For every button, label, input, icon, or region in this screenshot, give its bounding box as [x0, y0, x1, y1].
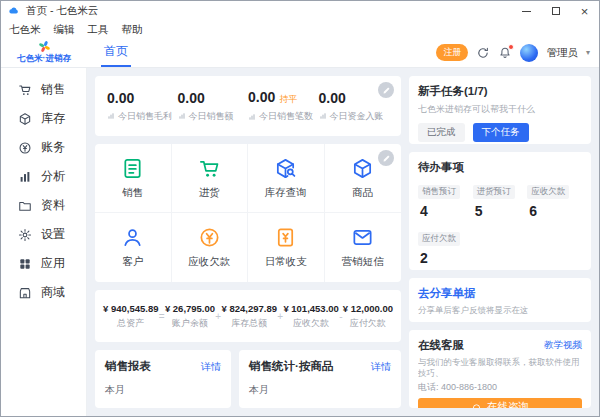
cube-icon [351, 157, 374, 180]
chevron-down-icon[interactable]: ▾ [586, 48, 590, 57]
tab-home[interactable]: 首页 [101, 38, 131, 67]
panel-sales-by-product: 销售统计·按商品 详情 本月 [239, 350, 401, 408]
shortcut-sales[interactable]: 销售 [95, 144, 172, 213]
store-icon [18, 286, 32, 300]
shortcut-label: 应收欠款 [188, 255, 230, 269]
sidebar-item-finance[interactable]: 账务 [1, 133, 86, 162]
asset-inventory-total: ¥ 824,297.89 库存总额 [221, 303, 276, 330]
panel-sales-report: 销售报表 详情 本月 [95, 350, 231, 408]
todo-receivables[interactable]: 应收欠款 6 [527, 185, 582, 219]
sidebar: 销售 库存 账务 分析 资料 设置 [1, 68, 87, 416]
operator-plus: + [215, 311, 221, 322]
asset-label: 账户余额 [172, 317, 208, 330]
panel-title: 销售统计·按商品 [249, 359, 333, 374]
mini-chart-icon [178, 112, 186, 120]
panel-title: 销售报表 [105, 359, 151, 374]
sidebar-item-apps[interactable]: 应用 [1, 249, 86, 278]
report-panels: 销售报表 详情 本月 销售统计·按商品 详情 本月 [95, 350, 401, 408]
sidebar-item-label: 应用 [41, 255, 65, 272]
shortcut-label: 客户 [122, 255, 143, 269]
asset-value: ¥ 26,795.00 [165, 303, 215, 314]
share-link[interactable]: 去分享单据 [418, 286, 582, 301]
close-icon: × [581, 5, 589, 18]
bell-icon[interactable] [498, 46, 512, 60]
share-desc: 分享单后客户反馈将显示在这 [418, 305, 582, 317]
mini-chart-icon [319, 112, 327, 120]
stat-today-sales-count: 0.00持平 今日销售笔数 [248, 89, 319, 123]
todo-sales-orders[interactable]: 销售预订 4 [418, 185, 473, 219]
menu-edit[interactable]: 编辑 [54, 23, 75, 37]
maximize-button[interactable] [541, 1, 570, 21]
detail-link[interactable]: 详情 [201, 360, 221, 374]
sidebar-item-label: 分析 [41, 168, 65, 185]
task-done-button[interactable]: 已完成 [418, 123, 465, 142]
tab-home-label: 首页 [104, 43, 128, 60]
refresh-icon[interactable] [476, 46, 490, 60]
headset-icon [471, 402, 482, 409]
sidebar-item-inventory[interactable]: 库存 [1, 104, 86, 133]
sidebar-item-data[interactable]: 资料 [1, 191, 86, 220]
task-next-button[interactable]: 下个任务 [473, 123, 529, 142]
stat-value: 0.00 [248, 89, 275, 105]
stat-label: 今日资金入账 [330, 110, 384, 123]
todo-payables[interactable]: 应付欠款 2 [418, 232, 473, 266]
todo-count: 2 [418, 250, 428, 266]
period-selector[interactable]: 本月 [249, 383, 391, 397]
shortcut-daily-income-expense[interactable]: 日常收支 [248, 213, 325, 282]
app-cloud-icon [8, 5, 20, 17]
main-column: 0.00 今日销售毛利 0.00 今日销售额 0.00持平 今日销售笔数 0.0… [95, 76, 401, 408]
menu-help[interactable]: 帮助 [122, 23, 143, 37]
tasks-question: 七色米进销存可以帮我干什么 [418, 103, 582, 116]
sidebar-item-analytics[interactable]: 分析 [1, 162, 86, 191]
online-consult-button[interactable]: 在线咨询 [418, 398, 582, 408]
close-button[interactable]: × [570, 1, 599, 21]
register-button[interactable]: 注册 [436, 44, 468, 61]
shortcut-receivables[interactable]: 应收欠款 [172, 213, 249, 282]
titlebar: 首页 - 七色米云 × [1, 1, 599, 21]
content-area: 0.00 今日销售毛利 0.00 今日销售额 0.00持平 今日销售笔数 0.0… [87, 68, 599, 416]
shortcut-label: 营销短信 [342, 255, 384, 269]
bar-chart-icon [18, 170, 32, 184]
sidebar-item-label: 商域 [41, 284, 65, 301]
person-icon [121, 226, 144, 249]
period-selector[interactable]: 本月 [105, 383, 221, 397]
mini-chart-icon [248, 113, 256, 121]
stat-label: 今日销售毛利 [118, 110, 172, 123]
sidebar-item-mall[interactable]: 商域 [1, 278, 86, 307]
cart-icon [198, 157, 221, 180]
sidebar-item-label: 账务 [41, 139, 65, 156]
todo-purchase-orders[interactable]: 进货预订 5 [473, 185, 528, 219]
menu-tools[interactable]: 工具 [88, 23, 109, 37]
menu-app[interactable]: 七色米 [9, 23, 41, 37]
asset-value: ¥ 940,545.89 [103, 303, 158, 314]
user-menu[interactable]: 管理员 [546, 46, 578, 60]
customize-stats-button[interactable] [378, 82, 394, 98]
minimize-button[interactable] [512, 1, 541, 21]
sidebar-item-sales[interactable]: 销售 [1, 75, 86, 104]
shortcut-customers[interactable]: 客户 [95, 213, 172, 282]
detail-link[interactable]: 详情 [371, 360, 391, 374]
service-title: 在线客服 [418, 338, 464, 353]
stat-label: 今日销售额 [189, 110, 234, 123]
logo-pinwheel-icon [38, 40, 51, 53]
shortcut-inventory-query[interactable]: 库存查询 [248, 144, 325, 213]
asset-value: ¥ 824,297.89 [221, 303, 276, 314]
customize-shortcuts-button[interactable] [378, 150, 394, 166]
service-phone: 电话: 400-886-1800 [418, 381, 582, 394]
logo-text: 七色米·进销存 [17, 53, 71, 65]
logo: 七色米·进销存 [1, 38, 87, 67]
tutorial-video-link[interactable]: 教学视频 [544, 339, 582, 352]
shortcut-label: 销售 [122, 186, 143, 200]
avatar[interactable] [520, 44, 538, 62]
shortcut-purchase[interactable]: 进货 [172, 144, 249, 213]
todo-card: 待办事项 销售预订 4 进货预订 5 应收欠款 6 [409, 152, 591, 270]
tasks-title: 新手任务(1/7) [418, 84, 582, 99]
window-title: 首页 - 七色米云 [26, 4, 98, 18]
shortcut-marketing-sms[interactable]: 营销短信 [325, 213, 402, 282]
shortcut-label: 进货 [199, 186, 220, 200]
sidebar-item-settings[interactable]: 设置 [1, 220, 86, 249]
asset-label: 应付欠款 [350, 317, 386, 330]
apps-grid-icon [18, 257, 32, 271]
mini-chart-icon [107, 112, 115, 120]
gear-icon [18, 228, 32, 242]
